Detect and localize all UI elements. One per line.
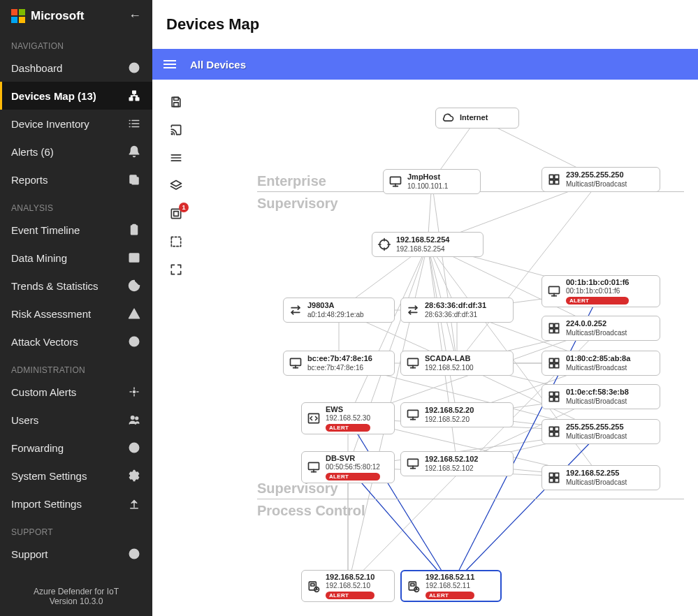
filter-label[interactable]: All Devices xyxy=(190,59,246,71)
node-subtitle: 10.100.101.1 xyxy=(407,182,448,191)
svg-rect-95 xyxy=(555,478,559,483)
device-node[interactable]: bc:ee:7b:47:8e:16bc:ee:7b:47:8e:16 xyxy=(283,351,395,376)
alert-badge: ALERT xyxy=(326,424,370,432)
tool-group[interactable]: 1 xyxy=(168,205,184,222)
grid-icon xyxy=(546,172,562,187)
cloud-icon xyxy=(440,110,456,126)
section-label: ANALYSIS xyxy=(0,193,152,216)
tool-save[interactable] xyxy=(168,94,184,110)
device-node[interactable]: 192.168.52.10192.168.52.10ALERT xyxy=(301,570,395,602)
alert-badge: ALERT xyxy=(426,592,474,600)
monitor-icon xyxy=(405,456,421,471)
node-title: 01:80:c2:85:ab:8a xyxy=(566,354,630,363)
device-node[interactable]: 255.255.255.255Multicast/Broadcast xyxy=(541,419,660,444)
map-canvas[interactable]: EnterpriseSupervisorySupervisoryProcess … xyxy=(201,80,698,616)
device-node[interactable]: 01:0e:cf:58:3e:b8Multicast/Broadcast xyxy=(541,384,660,409)
node-text: 192.168.52.11192.168.52.11ALERT xyxy=(426,573,474,600)
nav-item-reports[interactable]: Reports xyxy=(0,166,152,193)
node-title: 28:63:36:df:df:31 xyxy=(425,301,486,310)
nav-item-label: Event Timeline xyxy=(11,224,80,236)
sitemap-icon xyxy=(127,89,141,103)
nav-item-label: Forwarding xyxy=(11,442,64,454)
compass-icon xyxy=(127,335,141,349)
node-title: bc:ee:7b:47:8e:16 xyxy=(307,354,372,363)
device-node[interactable]: 01:80:c2:85:ab:8aMulticast/Broadcast xyxy=(541,351,660,376)
svg-rect-82 xyxy=(549,427,553,431)
svg-rect-61 xyxy=(555,323,559,328)
svg-rect-46 xyxy=(549,180,553,184)
monitor-icon xyxy=(546,284,562,299)
nav-item-support[interactable]: Support xyxy=(0,540,152,568)
device-node[interactable]: 192.168.52.254192.168.52.254 xyxy=(372,232,483,257)
nav-item-custom-alerts[interactable]: Custom Alerts xyxy=(0,378,152,406)
copy-icon xyxy=(127,173,141,186)
tool-select[interactable] xyxy=(168,233,184,250)
tool-fit[interactable] xyxy=(168,149,184,166)
nav-item-data-mining[interactable]: Data Mining xyxy=(0,244,152,272)
svg-rect-73 xyxy=(555,364,559,368)
node-title: 192.168.52.255 xyxy=(566,469,627,478)
device-node[interactable]: EWS192.168.52.30ALERT xyxy=(301,402,395,434)
nav-item-users[interactable]: Users xyxy=(0,406,152,434)
filter-bar: All Devices xyxy=(152,49,698,80)
nav-item-label: System Settings xyxy=(11,470,87,482)
device-node[interactable]: 192.168.52.102192.168.52.102 xyxy=(400,451,514,476)
device-node[interactable]: 192.168.52.20192.168.52.20 xyxy=(400,402,514,427)
nav-item-risk[interactable]: Risk Assessment xyxy=(0,300,152,328)
svg-rect-92 xyxy=(549,473,553,477)
svg-rect-39 xyxy=(174,212,179,217)
nav-item-import-settings[interactable]: Import Settings xyxy=(0,490,152,518)
nav-item-label: Device Inventory xyxy=(11,118,89,130)
svg-rect-70 xyxy=(549,358,553,362)
node-title: 00:1b:1b:c0:01:f6 xyxy=(566,278,629,287)
nav-item-label: Dashboard xyxy=(11,62,62,74)
back-arrow-icon[interactable]: ← xyxy=(129,8,141,23)
nav-item-forwarding[interactable]: Forwarding xyxy=(0,434,152,462)
nav-item-attack-vectors[interactable]: Attack Vectors xyxy=(0,328,152,355)
node-title: 255.255.255.255 xyxy=(566,423,627,432)
node-title: 192.168.52.254 xyxy=(396,235,449,244)
nav-item-event-timeline[interactable]: Event Timeline xyxy=(0,216,152,244)
svg-rect-100 xyxy=(411,584,414,586)
device-node[interactable]: 224.0.0.252Multicast/Broadcast xyxy=(541,316,660,341)
nav-item-label: Users xyxy=(11,414,38,426)
node-text: 192.168.52.102192.168.52.102 xyxy=(425,455,478,472)
device-node[interactable]: 192.168.52.255Multicast/Broadcast xyxy=(541,465,660,490)
nav-item-devices-map[interactable]: Devices Map (13) xyxy=(0,82,152,110)
node-subtitle: 192.168.52.10 xyxy=(326,582,375,590)
grid-icon xyxy=(546,470,562,485)
node-title: 01:0e:cf:58:3e:b8 xyxy=(566,388,629,397)
device-node[interactable]: 00:1b:1b:c0:01:f600:1b:1b:c0:01:f6ALERT xyxy=(541,275,660,307)
device-node[interactable]: 192.168.52.11192.168.52.11ALERT xyxy=(400,570,502,602)
nav-item-dashboard[interactable]: Dashboard xyxy=(0,54,152,82)
nav-item-alerts[interactable]: Alerts (6) xyxy=(0,138,152,166)
alert-badge: ALERT xyxy=(326,473,380,481)
svg-rect-47 xyxy=(555,180,559,184)
nav-item-trends[interactable]: Trends & Statistics xyxy=(0,272,152,300)
hamburger-icon[interactable] xyxy=(163,60,176,68)
nav-item-label: Alerts (6) xyxy=(11,146,54,158)
monitor-icon xyxy=(388,174,403,189)
tool-cast[interactable] xyxy=(168,122,184,138)
page-title: Devices Map xyxy=(166,15,684,34)
device-node[interactable]: 28:63:36:df:df:3128:63:36:df:df:31 xyxy=(400,298,514,323)
device-node[interactable]: SCADA-LAB192.168.52.100 xyxy=(400,351,514,376)
nav-item-system-settings[interactable]: System Settings xyxy=(0,462,152,490)
monitor-icon xyxy=(306,460,321,475)
svg-rect-60 xyxy=(549,323,553,328)
nav-item-label: Custom Alerts xyxy=(11,386,76,398)
device-node[interactable]: Internet xyxy=(435,108,519,129)
device-node[interactable]: DB-SVR00:50:56:f5:80:12ALERT xyxy=(301,451,395,483)
node-subtitle: Multicast/Broadcast xyxy=(566,329,627,337)
alert-badge: ALERT xyxy=(326,592,375,600)
device-node[interactable]: 239.255.255.250Multicast/Broadcast xyxy=(541,167,660,192)
zone-divider xyxy=(257,499,684,499)
zone-label: Process Control xyxy=(257,503,365,519)
device-node[interactable]: JmpHost10.100.101.1 xyxy=(383,169,481,194)
device-node[interactable]: J9803Aa0:1d:48:29:1e:ab xyxy=(283,298,395,323)
nav-item-device-inventory[interactable]: Device Inventory xyxy=(0,110,152,138)
tool-layers[interactable] xyxy=(168,177,184,194)
tool-fullscreen[interactable] xyxy=(168,261,184,278)
node-title: J9803A xyxy=(307,301,364,310)
monitor-icon xyxy=(405,407,421,423)
